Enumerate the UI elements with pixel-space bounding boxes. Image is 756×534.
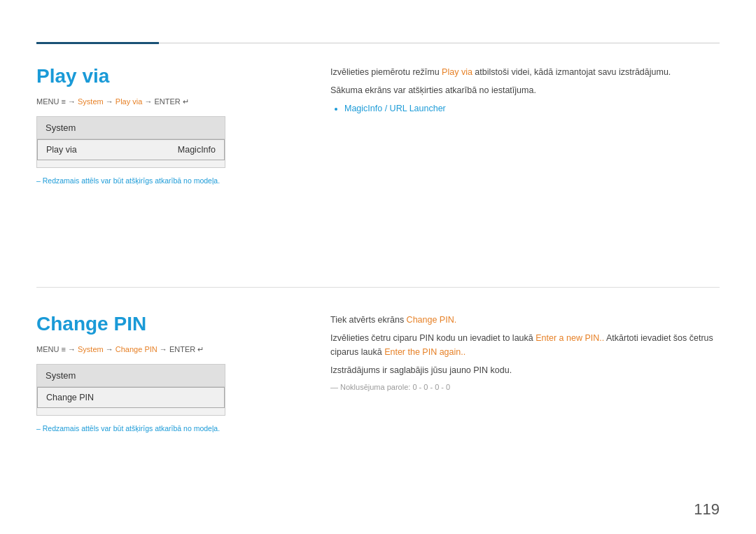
row-label-change-pin: Change PIN (46, 393, 216, 402)
menu-icon: ≡ (61, 97, 65, 106)
menu-icon-2: ≡ (61, 345, 65, 353)
right-cp-pre2: Izvēlieties četru ciparu PIN kodu un iev… (330, 333, 536, 343)
enter-label: ENTER (154, 97, 180, 106)
right-col-change-pin: Tiek atvērts ekrāns Change PIN. Izvēliet… (309, 299, 720, 524)
menu-prefix: MENU (36, 97, 61, 106)
right-text-1-pre: Izvēlieties piemērotu režīmu (330, 67, 442, 77)
right-change-pin-text3: Izstrādājums ir saglabājis jūsu jauno PI… (330, 363, 720, 377)
page-number: 119 (694, 500, 720, 519)
system-box-header-1: System (37, 117, 225, 139)
arrow3: → (144, 97, 154, 106)
play-via-row: Play via MagicInfo (37, 139, 225, 160)
system-link: System (78, 97, 104, 106)
enter-pin-again-highlight: Enter the PIN again.. (384, 347, 465, 357)
system-link-2: System (78, 345, 104, 353)
page-container: Play via MENU ≡ → System → Play via → EN… (0, 0, 756, 534)
enter-label-2: ENTER (169, 345, 195, 353)
arrow2-2: → (106, 345, 115, 353)
row-label-play-via: Play via (46, 145, 178, 155)
arrow1: → (68, 97, 78, 106)
note-play-via: – Redzamais attēls var būt atšķirīgs atk… (36, 176, 288, 185)
default-password-note: — Noklusējuma parole: 0 - 0 - 0 - 0 (330, 381, 720, 394)
left-col-play-via: Play via MENU ≡ → System → Play via → EN… (36, 51, 309, 276)
right-col-play-via: Izvēlieties piemērotu režīmu Play via at… (309, 51, 720, 276)
system-box-play-via: System Play via MagicInfo (36, 116, 225, 168)
light-divider (159, 43, 720, 43)
menu-prefix-2: MENU (36, 345, 61, 353)
box-filler-2 (37, 408, 225, 415)
arrow2: → (106, 97, 115, 106)
sections-wrapper: Play via MENU ≡ → System → Play via → EN… (36, 44, 720, 534)
section-play-via: Play via MENU ≡ → System → Play via → EN… (36, 44, 720, 287)
arrow3-2: → (160, 345, 169, 353)
system-box-header-2: System (37, 365, 225, 387)
row-value-play-via: MagicInfo (178, 145, 216, 155)
box-filler-1 (37, 160, 225, 167)
bullet-item: MagicInfo / URL Launcher (344, 101, 720, 116)
right-text-1: Izvēlieties piemērotu režīmu Play via at… (330, 65, 720, 79)
system-box-change-pin: System Change PIN (36, 364, 225, 416)
right-change-pin-text2: Izvēlieties četru ciparu PIN kodu un iev… (330, 331, 720, 359)
right-change-pin-text1: Tiek atvērts ekrāns Change PIN. (330, 313, 720, 327)
changepin-link: Change PIN (115, 345, 158, 353)
play-via-breadcrumb: MENU ≡ → System → Play via → ENTER ↵ (36, 97, 288, 106)
bullet-list: MagicInfo / URL Launcher (344, 101, 720, 116)
right-text-1-rest: atbilstoši videi, kādā izmantojat savu i… (472, 67, 671, 77)
section-change-pin: Change PIN MENU ≡ → System → Change PIN … (36, 288, 720, 535)
enter-icon-2: ↵ (197, 345, 204, 353)
right-cp-pre1: Tiek atvērts ekrāns (330, 315, 407, 325)
enter-new-pin-highlight: Enter a new PIN.. (536, 333, 604, 343)
play-via-highlight: Play via (442, 67, 472, 77)
right-text-2: Sākuma ekrāns var atšķirties atkarībā no… (330, 83, 720, 97)
change-pin-highlight1: Change PIN. (407, 315, 457, 325)
playvia-link: Play via (115, 97, 143, 106)
left-col-change-pin: Change PIN MENU ≡ → System → Change PIN … (36, 299, 309, 524)
arrow1-2: → (68, 345, 78, 353)
change-pin-row: Change PIN (37, 387, 225, 408)
note-change-pin: – Redzamais attēls var būt atšķirīgs atk… (36, 424, 288, 433)
change-pin-breadcrumb: MENU ≡ → System → Change PIN → ENTER ↵ (36, 345, 288, 354)
enter-icon: ↵ (183, 97, 189, 106)
change-pin-title: Change PIN (36, 313, 288, 335)
play-via-title: Play via (36, 65, 288, 87)
